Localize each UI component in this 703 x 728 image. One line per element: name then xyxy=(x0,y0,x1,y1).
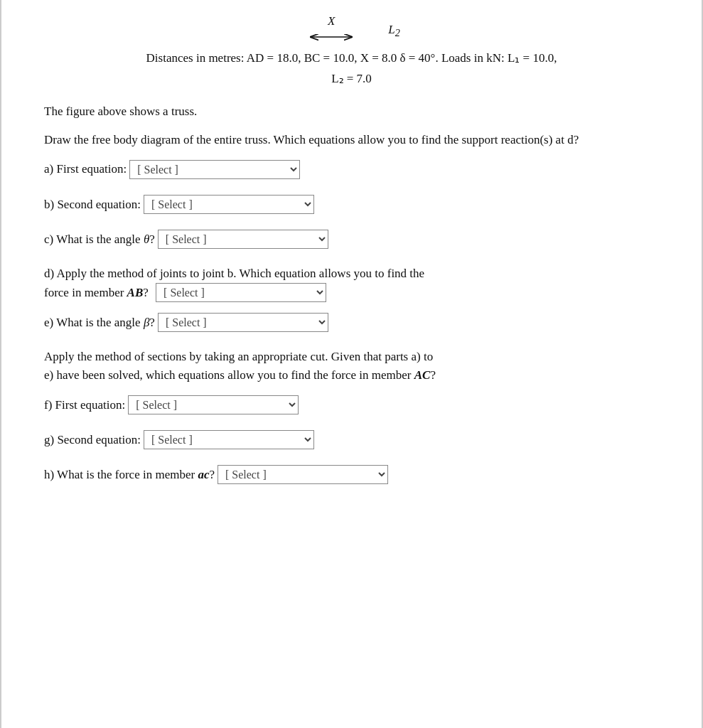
description4: Apply the method of sections by taking a… xyxy=(44,348,659,385)
question-c: c) What is the angle θ? [ Select ] xyxy=(44,230,659,249)
question-h-label: h) What is the force in member ac? xyxy=(44,465,215,484)
l2-label: L2 xyxy=(388,21,400,39)
question-d-select[interactable]: [ Select ] xyxy=(156,283,326,302)
description3-line2: force in member AB? xyxy=(44,286,149,299)
question-e-label: e) What is the angle β? xyxy=(44,313,155,332)
description4-line1: Apply the method of sections by taking a… xyxy=(44,350,433,363)
description3-line1: d) Apply the method of joints to joint b… xyxy=(44,267,424,280)
page-container: X L2 Distances in metres: AD = 18.0, BC … xyxy=(0,0,703,728)
question-g: g) Second equation: [ Select ] xyxy=(44,430,659,449)
x-label: X xyxy=(328,14,335,28)
distances-text: Distances in metres: AD = 18.0, BC = 10.… xyxy=(44,48,659,90)
description2: Draw the free body diagram of the entire… xyxy=(44,131,659,149)
diagram-area: X L2 xyxy=(44,14,659,48)
question-f-label: f) First equation: xyxy=(44,395,125,414)
question-c-select[interactable]: [ Select ] xyxy=(158,230,328,249)
question-e: e) What is the angle β? [ Select ] xyxy=(44,313,659,332)
distances-line2: L₂ = 7.0 xyxy=(44,69,659,90)
x-arrow xyxy=(303,30,360,44)
description4-line2: e) have been solved, which equations all… xyxy=(44,368,436,382)
question-c-label: c) What is the angle θ? xyxy=(44,230,155,249)
question-a: a) First equation: [ Select ] xyxy=(44,159,659,178)
question-g-select[interactable]: [ Select ] xyxy=(144,430,314,449)
question-e-select[interactable]: [ Select ] xyxy=(158,313,328,332)
question-a-label: a) First equation: xyxy=(44,159,127,178)
question-h-select[interactable]: [ Select ] xyxy=(218,465,388,484)
question-a-select[interactable]: [ Select ] xyxy=(129,160,300,179)
question-b-label: b) Second equation: xyxy=(44,195,141,214)
question-f-select[interactable]: [ Select ] xyxy=(128,395,299,414)
description1: The figure above shows a truss. xyxy=(44,102,659,121)
question-f: f) First equation: [ Select ] xyxy=(44,395,659,414)
question-g-label: g) Second equation: xyxy=(44,430,141,449)
question-h: h) What is the force in member ac? [ Sel… xyxy=(44,465,659,484)
question-b: b) Second equation: [ Select ] xyxy=(44,195,659,214)
description3: d) Apply the method of joints to joint b… xyxy=(44,264,659,303)
distances-line1: Distances in metres: AD = 18.0, BC = 10.… xyxy=(44,48,659,69)
question-b-select[interactable]: [ Select ] xyxy=(144,195,314,214)
